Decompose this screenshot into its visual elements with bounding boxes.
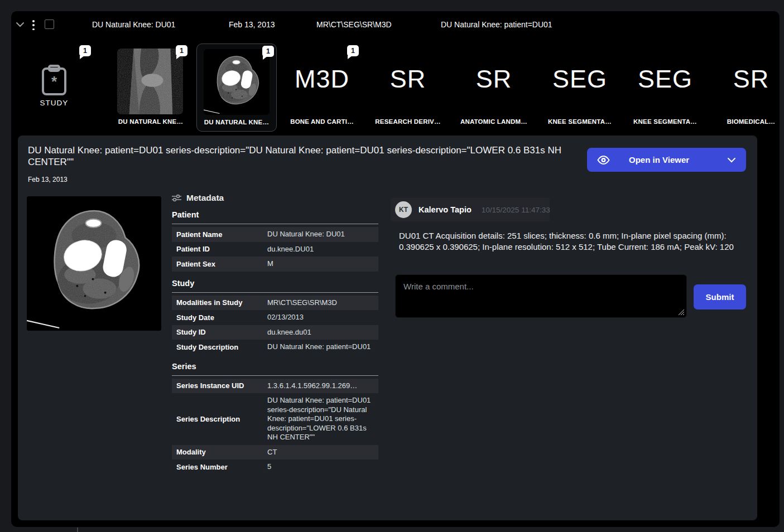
session-title: DU Natural Knee: DU01	[92, 20, 175, 29]
metadata-row: Patient NameDU Natural Knee: DU01	[172, 227, 378, 242]
metadata-study-section: Study Modalities in StudyMR\CT\SEG\SR\M3…	[172, 279, 378, 355]
modality-text: SR	[711, 65, 780, 94]
metadata-row: Series Instance UID1.3.6.1.4.1.5962.99.1…	[172, 379, 378, 394]
session-header-bar: DU Natural Knee: DU01 Feb 13, 2013 MR\CT…	[11, 11, 780, 39]
modality-text: SR	[368, 65, 448, 94]
comment-input[interactable]	[395, 274, 687, 318]
metadata-patient-section: Patient Patient NameDU Natural Knee: DU0…	[172, 210, 378, 272]
tile-series-seg-1[interactable]: SEG KNEE SEGMENTA…	[540, 43, 620, 132]
open-in-viewer-label: Open in Viewer	[629, 155, 689, 165]
comment-author: Kalervo Tapio	[419, 205, 472, 214]
tile-label: BONE AND CARTI…	[282, 118, 362, 125]
series-title: DU Natural Knee: patient=DU01 series-des…	[28, 144, 580, 168]
comment-count-badge: 1	[176, 45, 187, 56]
comment-timestamp: 10/15/2025 11:47:33	[482, 206, 550, 214]
eye-icon	[597, 156, 610, 165]
modality-text: SR	[454, 65, 534, 94]
tile-series-sr-1[interactable]: SR RESEARCH DERIV…	[368, 43, 448, 132]
comment-header: KT Kalervo Tapio 10/15/2025 11:47:33	[391, 198, 550, 221]
metadata-section: Metadata Patient Patient NameDU Natural …	[172, 193, 378, 482]
series-thumbnail-strip: 1 * STUDY 1 DU NATURAL KNE… 1 DU NATURAL…	[11, 43, 780, 133]
comment-count-badge: 1	[79, 45, 91, 56]
metadata-row: Study Date02/13/2013	[172, 310, 378, 325]
submit-comment-button[interactable]: Submit	[694, 284, 746, 309]
metadata-row: ModalityCT	[172, 445, 378, 460]
acquisition-card: DU Natural Knee: DU01 Feb 13, 2013 MR\CT…	[11, 11, 780, 527]
tile-study[interactable]: 1 * STUDY	[14, 43, 94, 132]
comment-count-badge: 1	[262, 46, 274, 57]
metadata-row: Modalities in StudyMR\CT\SEG\SR\M3D	[172, 296, 378, 311]
more-options-icon[interactable]	[30, 19, 37, 31]
metadata-row: Study IDdu.knee.du01	[172, 325, 378, 340]
tile-series-sr-2[interactable]: SR ANATOMIC LANDM…	[454, 43, 534, 132]
tile-series-mri[interactable]: 1 DU NATURAL KNE…	[110, 43, 191, 132]
select-checkbox[interactable]	[45, 20, 54, 29]
metadata-row: Series Number5	[172, 460, 378, 475]
metadata-series-section: Series Series Instance UID1.3.6.1.4.1.59…	[172, 362, 378, 475]
viewer-dropdown-chevron-icon[interactable]	[727, 157, 736, 163]
metadata-title: Metadata	[186, 193, 224, 203]
session-modalities: MR\CT\SEG\SR\M3D	[316, 20, 392, 29]
next-row-divider	[77, 528, 78, 532]
tile-label: STUDY	[14, 99, 94, 107]
tile-series-ct-selected[interactable]: 1 DU NATURAL KNE…	[196, 43, 277, 132]
study-clipboard-icon: *	[41, 65, 67, 96]
series-date: Feb 13, 2013	[28, 176, 68, 183]
series-preview-image[interactable]	[27, 196, 161, 331]
tile-series-seg-2[interactable]: SEG KNEE SEGMENTA…	[625, 43, 705, 132]
tile-label: KNEE SEGMENTA…	[540, 118, 620, 125]
open-in-viewer-button[interactable]: Open in Viewer	[587, 148, 746, 172]
metadata-row: Patient IDdu.knee.DU01	[172, 242, 378, 257]
tile-label: DU NATURAL KNE…	[197, 119, 276, 125]
mri-thumbnail-image	[117, 49, 183, 114]
modality-text: M3D	[282, 65, 362, 94]
metadata-row: Series DescriptionDU Natural Knee: patie…	[172, 393, 378, 445]
tile-label: DU NATURAL KNE…	[110, 118, 191, 125]
acquisition-page: DU Natural Knee: DU01 Feb 13, 2013 MR\CT…	[0, 0, 784, 532]
tile-label: KNEE SEGMENTA…	[625, 118, 705, 125]
tile-series-sr-3[interactable]: SR BIOMEDICAL…	[711, 43, 780, 132]
metadata-row: Patient SexM	[172, 257, 378, 272]
session-description: DU Natural Knee: patient=DU01	[441, 20, 552, 29]
collapse-chevron-icon[interactable]	[16, 21, 25, 28]
metadata-row: Study DescriptionDU Natural Knee: patien…	[172, 340, 378, 355]
avatar: KT	[395, 201, 412, 218]
comment-body: DU01 CT Acquisition details: 251 slices;…	[399, 230, 734, 252]
tile-series-m3d[interactable]: 1 M3D BONE AND CARTI…	[282, 43, 362, 132]
modality-text: SEG	[625, 65, 705, 94]
modality-text: SEG	[540, 65, 620, 94]
series-detail-panel: DU Natural Knee: patient=DU01 series-des…	[18, 136, 757, 520]
svg-text:*: *	[51, 73, 57, 90]
tile-label: RESEARCH DERIV…	[368, 118, 448, 125]
comment-count-badge: 1	[347, 45, 359, 56]
tile-label: ANATOMIC LANDM…	[454, 118, 534, 125]
ct-thumbnail-image	[204, 49, 270, 115]
tile-label: BIOMEDICAL…	[711, 118, 780, 125]
sliders-icon	[172, 194, 181, 202]
session-date: Feb 13, 2013	[229, 20, 275, 29]
